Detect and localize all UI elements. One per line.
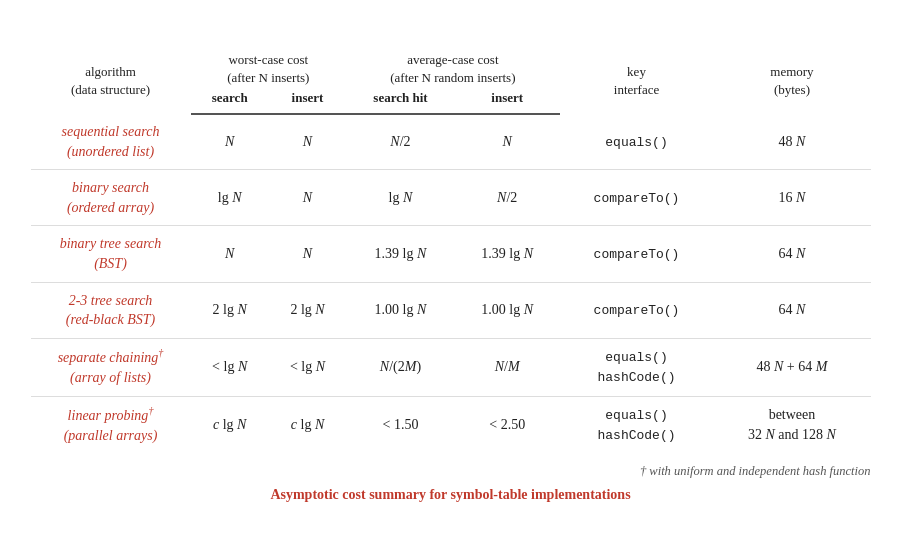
col-search-header: search bbox=[191, 89, 269, 114]
avg-insert-val: < 2.50 bbox=[455, 396, 560, 453]
avg-search-hit-val: 1.00 lg N bbox=[346, 282, 455, 338]
worst-case-sub: (after N inserts) bbox=[227, 70, 309, 85]
key-interface-val: equals() hashCode() bbox=[560, 338, 714, 396]
col-insert2-header: insert bbox=[455, 89, 560, 114]
avg-search-hit-val: N/(2M) bbox=[346, 338, 455, 396]
worst-insert-val: < lg N bbox=[269, 338, 346, 396]
col-insert-header: insert bbox=[269, 89, 346, 114]
algo-ds: (red-black BST) bbox=[66, 312, 155, 327]
col-search-hit-header: search hit bbox=[346, 89, 455, 114]
footnote: † with uniform and independent hash func… bbox=[31, 464, 871, 479]
main-container: algorithm (data structure) worst-case co… bbox=[21, 25, 881, 523]
algo-name-cell: binary tree search (BST) bbox=[31, 226, 191, 282]
worst-insert-val: 2 lg N bbox=[269, 282, 346, 338]
algo-name: binary search bbox=[72, 180, 149, 195]
col-algo-header: algorithm (data structure) bbox=[31, 45, 191, 115]
algo-name-cell: separate chaining† (array of lists) bbox=[31, 338, 191, 396]
algo-name-cell: binary search (ordered array) bbox=[31, 170, 191, 226]
avg-insert-val: N/M bbox=[455, 338, 560, 396]
key-interface-line2: interface bbox=[614, 82, 659, 97]
key-interface-val: equals() hashCode() bbox=[560, 396, 714, 453]
algo-ds: (ordered array) bbox=[67, 200, 154, 215]
memory-header: memory (bytes) bbox=[713, 45, 870, 115]
avg-search-hit-val: 1.39 lg N bbox=[346, 226, 455, 282]
worst-insert-val: N bbox=[269, 114, 346, 170]
avg-case-header: average-case cost (after N random insert… bbox=[346, 45, 559, 89]
algo-ds: (array of lists) bbox=[70, 370, 151, 385]
worst-case-label: worst-case cost bbox=[228, 52, 308, 67]
algo-name-cell: linear probing† (parallel arrays) bbox=[31, 396, 191, 453]
avg-case-label: average-case cost bbox=[407, 52, 498, 67]
key-interface-val: compareTo() bbox=[560, 226, 714, 282]
table-row: 2-3 tree search (red-black BST) 2 lg N 2… bbox=[31, 282, 871, 338]
algo-name: separate chaining† bbox=[58, 350, 164, 365]
algo-name: linear probing† bbox=[68, 408, 154, 423]
key-interface-header: key interface bbox=[560, 45, 714, 115]
algo-ds: (parallel arrays) bbox=[64, 428, 158, 443]
algo-header-line2: (data structure) bbox=[71, 82, 150, 97]
memory-val: between 32 N and 128 N bbox=[713, 396, 870, 453]
memory-val: 48 N bbox=[713, 114, 870, 170]
table-row: binary tree search (BST) N N 1.39 lg N 1… bbox=[31, 226, 871, 282]
algo-ds: (unordered list) bbox=[67, 144, 154, 159]
worst-insert-val: c lg N bbox=[269, 396, 346, 453]
memory-val: 16 N bbox=[713, 170, 870, 226]
algo-header-line1: algorithm bbox=[85, 64, 136, 79]
memory-val: 64 N bbox=[713, 282, 870, 338]
avg-insert-val: 1.39 lg N bbox=[455, 226, 560, 282]
header-row-1: algorithm (data structure) worst-case co… bbox=[31, 45, 871, 89]
memory-val: 64 N bbox=[713, 226, 870, 282]
algo-ds: (BST) bbox=[94, 256, 127, 271]
algo-name-cell: sequential search (unordered list) bbox=[31, 114, 191, 170]
caption: Asymptotic cost summary for symbol-table… bbox=[31, 487, 871, 503]
worst-insert-val: N bbox=[269, 226, 346, 282]
worst-search-val: 2 lg N bbox=[191, 282, 269, 338]
table-row: linear probing† (parallel arrays) c lg N… bbox=[31, 396, 871, 453]
table-row: separate chaining† (array of lists) < lg… bbox=[31, 338, 871, 396]
worst-insert-val: N bbox=[269, 170, 346, 226]
worst-search-val: lg N bbox=[191, 170, 269, 226]
worst-search-val: c lg N bbox=[191, 396, 269, 453]
avg-search-hit-val: < 1.50 bbox=[346, 396, 455, 453]
key-interface-line1: key bbox=[627, 64, 646, 79]
avg-insert-val: N bbox=[455, 114, 560, 170]
worst-search-val: N bbox=[191, 114, 269, 170]
worst-search-val: < lg N bbox=[191, 338, 269, 396]
avg-case-sub: (after N random inserts) bbox=[390, 70, 515, 85]
avg-insert-val: 1.00 lg N bbox=[455, 282, 560, 338]
algo-name: binary tree search bbox=[60, 236, 162, 251]
worst-case-header: worst-case cost (after N inserts) bbox=[191, 45, 347, 89]
avg-insert-val: N/2 bbox=[455, 170, 560, 226]
key-interface-val: compareTo() bbox=[560, 170, 714, 226]
comparison-table: algorithm (data structure) worst-case co… bbox=[31, 45, 871, 454]
avg-search-hit-val: lg N bbox=[346, 170, 455, 226]
algo-name-cell: 2-3 tree search (red-black BST) bbox=[31, 282, 191, 338]
algo-name: sequential search bbox=[62, 124, 160, 139]
algo-name: 2-3 tree search bbox=[69, 293, 153, 308]
memory-line2: (bytes) bbox=[774, 82, 810, 97]
worst-search-val: N bbox=[191, 226, 269, 282]
memory-val: 48 N + 64 M bbox=[713, 338, 870, 396]
table-row: sequential search (unordered list) N N N… bbox=[31, 114, 871, 170]
table-row: binary search (ordered array) lg N N lg … bbox=[31, 170, 871, 226]
memory-line1: memory bbox=[770, 64, 813, 79]
key-interface-val: equals() bbox=[560, 114, 714, 170]
key-interface-val: compareTo() bbox=[560, 282, 714, 338]
avg-search-hit-val: N/2 bbox=[346, 114, 455, 170]
